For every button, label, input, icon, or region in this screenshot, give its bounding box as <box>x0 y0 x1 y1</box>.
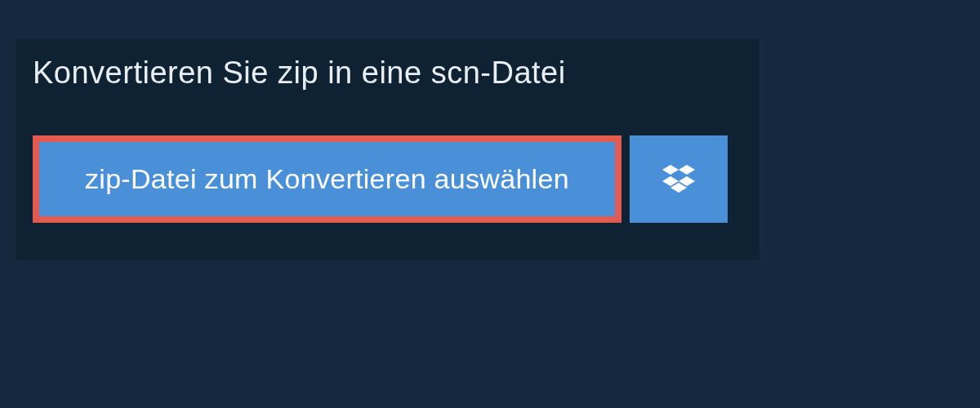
dropbox-icon <box>662 162 695 197</box>
page-title: Konvertieren Sie zip in eine scn-Datei <box>33 55 608 91</box>
dropbox-button[interactable] <box>630 135 728 223</box>
converter-panel: Konvertieren Sie zip in eine scn-Datei z… <box>16 39 760 259</box>
choose-file-highlight: zip-Datei zum Konvertieren auswählen <box>33 135 621 223</box>
header-bar: Konvertieren Sie zip in eine scn-Datei <box>16 39 625 107</box>
button-row: zip-Datei zum Konvertieren auswählen <box>16 107 760 223</box>
choose-file-button[interactable]: zip-Datei zum Konvertieren auswählen <box>39 142 615 216</box>
